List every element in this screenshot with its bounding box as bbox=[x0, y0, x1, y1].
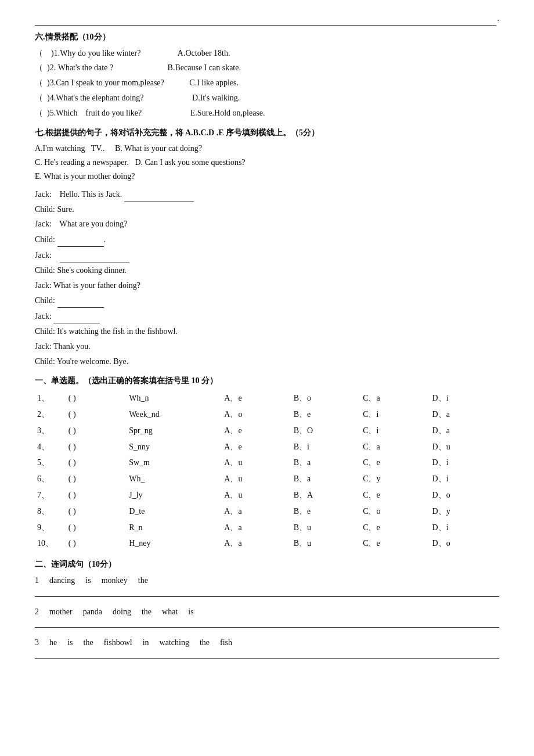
match-answer-2: B.Because I can skate. bbox=[168, 63, 241, 72]
mc-num: 7、 bbox=[35, 487, 66, 503]
mc-d: D、i bbox=[430, 520, 499, 536]
sentence-num: 3 bbox=[35, 636, 39, 650]
sentence-words-3: 3heisthefishbowlinwatchingthefish bbox=[35, 636, 499, 650]
sentence-word: what bbox=[162, 605, 178, 619]
mc-d: D、i bbox=[430, 390, 499, 406]
mc-row-6: 6、 ( ) Wh_ A、u B、a C、y D、i bbox=[35, 471, 499, 487]
mc-word: Week_nd bbox=[127, 406, 222, 423]
mc-d: D、i bbox=[430, 455, 499, 471]
mc-a: A、a bbox=[222, 520, 291, 536]
mc-paren: ( ) bbox=[66, 520, 127, 536]
sentence-word: is bbox=[188, 605, 193, 619]
dialog-line-10: Child: It's watching the fish in the fis… bbox=[35, 325, 499, 339]
sentence-word: in bbox=[143, 636, 149, 650]
mc-c: C、a bbox=[360, 439, 430, 455]
dialog-line-6: Child: She's cooking dinner. bbox=[35, 264, 499, 278]
mc-paren: ( ) bbox=[66, 455, 127, 471]
mc-num: 2、 bbox=[35, 406, 66, 423]
dialog-line-7: Jack: What is your father doing? bbox=[35, 279, 499, 293]
sentence-word: monkey bbox=[102, 574, 128, 588]
mc-row-9: 9、 ( ) R_n A、a B、u C、e D、i bbox=[35, 520, 499, 536]
mc-c: C、e bbox=[360, 535, 430, 552]
match-item-4: （ )4.What's the elephant doing? D.It's w… bbox=[35, 91, 499, 105]
dialog-line-8: Child: bbox=[35, 293, 499, 308]
sentence-word: fish bbox=[220, 636, 232, 650]
section-7: 七.根据提供的句子，将对话补充完整，将 A.B.C.D .E 序号填到横线上。（… bbox=[35, 126, 499, 369]
section7-option-c: C. He's reading a newspaper. D. Can I as… bbox=[35, 156, 499, 170]
section-1: 一、单选题。（选出正确的答案填在括号里 10 分） 1、 ( ) Wh_n A、… bbox=[35, 374, 499, 552]
mc-word: H_ney bbox=[127, 535, 222, 552]
match-item-5: （ )5.Which fruit do you like? E.Sure.Hol… bbox=[35, 106, 499, 120]
mc-num: 9、 bbox=[35, 520, 66, 536]
sentence-word: he bbox=[49, 636, 57, 650]
mc-row-4: 4、 ( ) S_nny A、e B、i C、a D、u bbox=[35, 439, 499, 455]
section7-option-e: E. What is your mother doing? bbox=[35, 170, 499, 183]
mc-c: C、i bbox=[360, 423, 430, 439]
mc-c: C、e bbox=[360, 520, 430, 536]
sentence-words-2: 2motherpandadoingthewhatis bbox=[35, 605, 499, 619]
mc-a: A、e bbox=[222, 390, 291, 406]
sentence-word: dancing bbox=[49, 574, 75, 588]
mc-row-3: 3、 ( ) Spr_ng A、e B、O C、i D、a bbox=[35, 423, 499, 439]
mc-b: B、A bbox=[291, 487, 360, 503]
mc-b: B、i bbox=[291, 439, 360, 455]
mc-word: Wh_ bbox=[127, 471, 222, 487]
mc-row-1: 1、 ( ) Wh_n A、e B、o C、a D、i bbox=[35, 390, 499, 406]
mc-c: C、e bbox=[360, 487, 430, 503]
mc-num: 3、 bbox=[35, 423, 66, 439]
match-answer-5: E.Sure.Hold on,please. bbox=[190, 109, 265, 117]
answer-line-2 bbox=[35, 620, 499, 628]
mc-num: 4、 bbox=[35, 439, 66, 455]
top-line-dot: . bbox=[497, 12, 500, 26]
mc-paren: ( ) bbox=[66, 487, 127, 503]
match-item-1: （ )1.Why do you like winter? A.October 1… bbox=[35, 46, 499, 60]
mc-row-2: 2、 ( ) Week_nd A、o B、e C、i D、a bbox=[35, 406, 499, 423]
section7-title: 七.根据提供的句子，将对话补充完整，将 A.B.C.D .E 序号填到横线上。（… bbox=[35, 126, 499, 140]
dialog-line-9: Jack: bbox=[35, 309, 499, 323]
mc-row-5: 5、 ( ) Sw_m A、u B、a C、e D、i bbox=[35, 455, 499, 471]
mc-d: D、o bbox=[430, 487, 499, 503]
section1-title: 一、单选题。（选出正确的答案填在括号里 10 分） bbox=[35, 374, 499, 388]
dialog-line-1: Jack: Hello. This is Jack. bbox=[35, 187, 499, 201]
sentence-row-1: 1dancingismonkeythe bbox=[35, 574, 499, 597]
mc-paren: ( ) bbox=[66, 390, 127, 406]
mc-b: B、o bbox=[291, 390, 360, 406]
sentence-word: watching bbox=[160, 636, 189, 650]
section7-option-a: A.I'm watching TV.. B. What is your cat … bbox=[35, 142, 499, 156]
mc-d: D、a bbox=[430, 423, 499, 439]
mc-paren: ( ) bbox=[66, 406, 127, 423]
mc-a: A、o bbox=[222, 406, 291, 423]
match-paren-4: （ ) bbox=[35, 93, 50, 102]
mc-table: 1、 ( ) Wh_n A、e B、o C、a D、i 2、 ( ) Week_… bbox=[35, 390, 499, 552]
mc-d: D、o bbox=[430, 535, 499, 552]
mc-d: D、y bbox=[430, 503, 499, 520]
mc-d: D、a bbox=[430, 406, 499, 423]
mc-b: B、a bbox=[291, 455, 360, 471]
mc-d: D、u bbox=[430, 439, 499, 455]
match-paren-3: （ ) bbox=[35, 78, 50, 87]
mc-row-8: 8、 ( ) D_te A、a B、e C、o D、y bbox=[35, 503, 499, 520]
section2-title: 二、连词成句（10分） bbox=[35, 557, 499, 571]
sentence-word: is bbox=[67, 636, 73, 650]
mc-c: C、e bbox=[360, 455, 430, 471]
sentence-num: 1 bbox=[35, 574, 39, 588]
mc-word: Wh_n bbox=[127, 390, 222, 406]
section6-title: 六.情景搭配（10分） bbox=[35, 30, 499, 44]
mc-b: B、e bbox=[291, 406, 360, 423]
sentence-word: doing bbox=[113, 605, 131, 619]
sentence-num: 2 bbox=[35, 605, 39, 619]
match-item-3: （ )3.Can I speak to your mom,please? C.I… bbox=[35, 76, 499, 90]
mc-word: Spr_ng bbox=[127, 423, 222, 439]
sentence-words-1: 1dancingismonkeythe bbox=[35, 574, 499, 588]
sentence-word: fishbowl bbox=[104, 636, 132, 650]
match-paren-5: （ ) bbox=[35, 109, 50, 117]
mc-a: A、u bbox=[222, 455, 291, 471]
mc-a: A、e bbox=[222, 423, 291, 439]
dialog-line-12: Child: You're welcome. Bye. bbox=[35, 355, 499, 369]
mc-c: C、o bbox=[360, 503, 430, 520]
sentence-word: the bbox=[84, 636, 93, 650]
match-answer-1: A.October 18th. bbox=[178, 49, 230, 57]
sentence-word: panda bbox=[83, 605, 102, 619]
mc-word: Sw_m bbox=[127, 455, 222, 471]
mc-a: A、a bbox=[222, 503, 291, 520]
